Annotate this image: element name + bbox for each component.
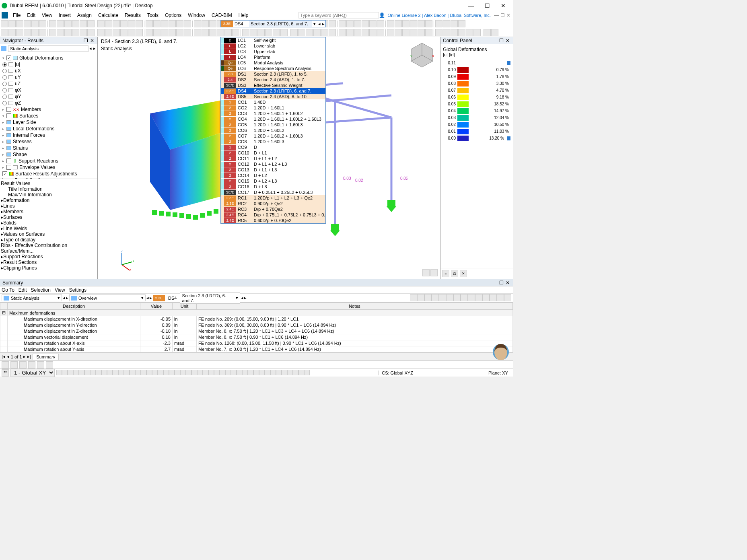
- toolbar-button[interactable]: [39, 29, 46, 36]
- rb-uy[interactable]: [2, 75, 7, 80]
- toolbar-button[interactable]: [176, 20, 183, 27]
- lnode-support-reactions[interactable]: Support Reactions: [3, 254, 43, 259]
- summary-menu-selection[interactable]: Selection: [31, 287, 51, 293]
- restore-icon[interactable]: ❐: [498, 38, 504, 43]
- status-button[interactable]: [56, 370, 62, 375]
- loadcase-item[interactable]: 2CO31.20D + 1.60L1 + 1.60L2: [221, 111, 325, 116]
- status-button[interactable]: [203, 370, 208, 375]
- inner-close[interactable]: ✕: [506, 12, 511, 18]
- cb-supportreact[interactable]: [6, 159, 11, 163]
- rb-uz[interactable]: [2, 82, 7, 86]
- table-row[interactable]: Maximum vectorial displacement0.18inMemb…: [0, 334, 513, 340]
- toolbar-button[interactable]: [8, 29, 16, 36]
- lnode-ribs[interactable]: Ribs - Effective Contribution on Surface…: [1, 243, 67, 254]
- loadcase-item[interactable]: SE/ECO17D + 0.25L1 + 0.25L2 + 0.25L3: [221, 189, 325, 195]
- node-sra[interactable]: Surface Results Adjustments: [15, 171, 77, 177]
- toolbar-button[interactable]: [339, 29, 346, 36]
- status-button[interactable]: [79, 370, 84, 375]
- keyword-input[interactable]: [298, 12, 379, 19]
- toolbar-button[interactable]: [387, 29, 394, 36]
- toolbar-button[interactable]: [451, 29, 458, 36]
- toolbar-button[interactable]: [306, 29, 313, 36]
- loadcase-item[interactable]: QeLC6Response Spectrum Analysis: [221, 66, 325, 71]
- summary-menu-view[interactable]: View: [55, 287, 65, 293]
- toolbar-button[interactable]: [113, 20, 120, 27]
- menu-cadbim[interactable]: CAD-BIM: [208, 12, 235, 19]
- toolbar-button[interactable]: [346, 20, 354, 27]
- loadcase-dropdown[interactable]: DLC1Self-weightLLC2Lower slabLLC3Upper s…: [220, 37, 326, 224]
- prev-icon[interactable]: ◂: [241, 295, 243, 301]
- chevron-down-icon[interactable]: ▾: [312, 21, 317, 27]
- toolbar-button[interactable]: [362, 20, 369, 27]
- menu-options[interactable]: Options: [162, 12, 185, 19]
- rb-phix[interactable]: [2, 88, 7, 93]
- status-button[interactable]: [96, 370, 101, 375]
- view-cube[interactable]: X Y: [408, 41, 436, 69]
- flag-icon[interactable]: ☳: [2, 369, 9, 377]
- node-envelope[interactable]: Envelope Values: [19, 165, 55, 170]
- table-row[interactable]: Maximum rotation about X-axis-2.3mradFE …: [0, 340, 513, 346]
- toolbar-button[interactable]: [105, 29, 112, 36]
- toolbar-button[interactable]: [402, 20, 410, 27]
- menu-view[interactable]: View: [39, 12, 56, 19]
- summary-menu-goto[interactable]: Go To: [2, 287, 14, 293]
- status-button[interactable]: [242, 370, 248, 375]
- toolbar-button[interactable]: [217, 29, 224, 36]
- status-button[interactable]: [107, 370, 113, 375]
- status-button[interactable]: [265, 370, 270, 375]
- summary-tool-button[interactable]: [410, 294, 417, 301]
- loadcase-item[interactable]: 2CO11D + L1 + L2: [221, 156, 325, 161]
- toolbar-button[interactable]: [209, 29, 216, 36]
- lnode-linewelds[interactable]: Line Welds: [3, 226, 27, 231]
- toolbar-button[interactable]: [265, 29, 272, 36]
- user-icon[interactable]: 👤: [379, 12, 385, 18]
- summary-menu-settings[interactable]: Settings: [69, 287, 86, 293]
- toolbar-button[interactable]: [136, 20, 143, 27]
- summary-tool-button[interactable]: [497, 294, 504, 301]
- status-button[interactable]: [293, 370, 298, 375]
- analysis-selector[interactable]: Static Analysis: [8, 45, 88, 52]
- table-row[interactable]: Maximum displacement in Z-direction-0.18…: [0, 328, 513, 334]
- lnode-maxmin[interactable]: Max/Min Information: [8, 192, 52, 198]
- status-button[interactable]: [248, 370, 253, 375]
- menu-tools[interactable]: Tools: [144, 12, 162, 19]
- toolbar-button[interactable]: [72, 29, 79, 36]
- node-uy[interactable]: uY: [15, 74, 21, 80]
- node-local-def[interactable]: Local Deformations: [13, 126, 54, 132]
- toolbar-button[interactable]: [113, 29, 120, 36]
- status-button[interactable]: [237, 370, 242, 375]
- table-row[interactable]: Maximum displacement in X-direction-0.05…: [0, 316, 513, 322]
- toolbar-button[interactable]: [31, 29, 39, 36]
- status-button[interactable]: [152, 370, 158, 375]
- toolbar-button[interactable]: [418, 20, 425, 27]
- toolbar-button[interactable]: [16, 20, 23, 27]
- toolbar-button[interactable]: [57, 29, 64, 36]
- toolbar-button[interactable]: [242, 29, 249, 36]
- toolbar-button[interactable]: [321, 29, 328, 36]
- lnode-type-display[interactable]: Type of display: [3, 237, 35, 243]
- loadcase-item[interactable]: SE/EDS3Effective Seismic Weight: [221, 82, 325, 88]
- toolbar-button[interactable]: [395, 29, 402, 36]
- toolbar-button[interactable]: [402, 29, 410, 36]
- status-button[interactable]: [146, 370, 152, 375]
- prev-icon[interactable]: ◂: [317, 21, 321, 27]
- iconbar-button[interactable]: [2, 361, 9, 369]
- toolbar-button[interactable]: [169, 20, 176, 27]
- toolbar-button[interactable]: [8, 20, 16, 27]
- lnode-values-surfaces[interactable]: Values on Surfaces: [3, 231, 45, 237]
- status-button[interactable]: [282, 370, 287, 375]
- toolbar-button[interactable]: [458, 20, 465, 27]
- loadcase-item[interactable]: 2CO61.20D + 1.60L2: [221, 128, 325, 133]
- next-icon[interactable]: ▸: [23, 354, 26, 359]
- status-button[interactable]: [169, 370, 175, 375]
- table-row[interactable]: Maximum rotation about Y-axis2.7mradMemb…: [0, 346, 513, 352]
- prev-icon[interactable]: ◂: [146, 295, 149, 301]
- summary-tool-button[interactable]: [461, 294, 468, 301]
- toolbar-button[interactable]: [87, 20, 95, 27]
- toolbar-button[interactable]: [257, 29, 265, 36]
- toolbar-button[interactable]: [136, 29, 143, 36]
- status-button[interactable]: [231, 370, 237, 375]
- node-phix[interactable]: φX: [15, 87, 21, 93]
- loadcase-item[interactable]: LLC3Upper slab: [221, 49, 325, 54]
- toolbar-button[interactable]: [273, 29, 280, 36]
